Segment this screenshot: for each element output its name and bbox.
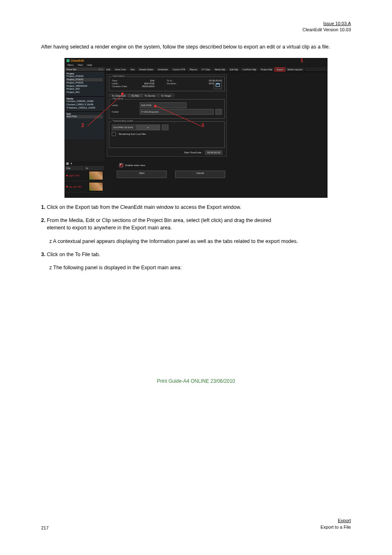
step1-num: 1. (41, 204, 45, 210)
footer-section: Export Export to a File (321, 518, 351, 530)
enable-video-view-label: Enable video view (125, 164, 145, 166)
project-item[interactable]: Project_PGE02 (67, 75, 103, 78)
tab-projectmgt[interactable]: Project Mgt (259, 67, 275, 72)
codec-value: DVCPRO 50 EVS (112, 126, 136, 129)
inner-tab-tofile[interactable]: To File (129, 94, 142, 97)
info-dur-label: Duration : (167, 82, 178, 85)
browse-button[interactable] (215, 109, 222, 115)
tab-editmgt[interactable]: Edit Mgt (228, 67, 240, 72)
information-legend: Information (112, 75, 126, 77)
col-in[interactable]: In (85, 166, 104, 170)
codec-settings-button[interactable] (162, 125, 168, 130)
module-tabstrip: Edit Voice Over Text Header Maker Schedu… (104, 67, 327, 72)
render-lowres-checkbox[interactable] (112, 132, 116, 136)
enable-video-view-row: Enable video view (119, 163, 327, 167)
inner-tab-todevice[interactable]: To Device (142, 94, 158, 97)
main-area: Edit Voice Over Text Header Maker Schedu… (104, 67, 327, 197)
project-item[interactable]: Project_PGE01 (67, 78, 103, 81)
tab-scheduler[interactable]: Scheduler (156, 67, 171, 72)
info-date-value: 05/01/2010 (142, 85, 154, 88)
info-type-label: Type : (112, 79, 118, 82)
step2-result: z A contextual panel appears displaying … (49, 238, 298, 244)
tab-mediaimporter[interactable]: Media Importer (285, 67, 305, 72)
transcode-legend: Transcoding codec (112, 120, 134, 122)
steps-text: 1. Click on the Export tab from the Clea… (41, 204, 351, 271)
tab-controlvtr[interactable]: Control VTR (171, 67, 187, 72)
record-dot-icon (66, 175, 68, 176)
info-tcin-label: Tc In : (167, 79, 173, 82)
media-item[interactable]: 4 Nations_C00012_14±03 (67, 106, 103, 110)
information-fieldset: Information Type :Edit Label :Edit PGE C… (109, 76, 225, 91)
filename-fieldset: File name Label Folder (109, 99, 225, 119)
svg-rect-1 (216, 83, 220, 84)
clip-row[interactable]: pg_clp_001 (65, 181, 104, 192)
footer-topic: Export to a File (321, 525, 351, 530)
clip-row[interactable]: pge1 T19 (65, 170, 104, 181)
clip-name: pg_clp_001 (69, 185, 88, 188)
chevron-down-icon: ▾ (136, 125, 160, 130)
enable-video-view-checkbox[interactable] (119, 163, 123, 167)
inner-tab-totarget[interactable]: To Target (158, 94, 174, 97)
tab-playout[interactable]: Playout (187, 67, 199, 72)
media-item[interactable]: Concert_C0001 0 13±56 (67, 103, 103, 106)
start-button[interactable]: Start (117, 171, 167, 178)
start-timecode-label: Start TimeCode : (184, 151, 203, 154)
title-bar: CleanEdit (65, 58, 327, 63)
transcode-fieldset: Transcoding codec DVCPRO 50 EVS ▾ Render… (109, 121, 225, 148)
menu-item[interactable]: View (78, 64, 83, 66)
clips-panel: ▦ ▾ Clip In pge1 T19 pg_clp_001 (65, 161, 104, 197)
info-date-label: Creation Date : (112, 85, 128, 88)
pane-header-label: Pane Bin (67, 68, 76, 71)
project-item[interactable]: Project_PGE01 (67, 81, 103, 85)
slate-icon-button[interactable] (214, 81, 222, 89)
grid-icon[interactable]: ▦ (66, 162, 69, 165)
product-line: CleanEdit Version 10.03 (302, 27, 351, 32)
footer-chapter: Export (338, 518, 351, 523)
clip-name: pge1 T19 (69, 174, 88, 177)
info-label-value: Edit PGE (144, 82, 154, 85)
tab-text[interactable]: Text (128, 67, 137, 72)
page-number: 217 (41, 525, 48, 530)
tab-xtclips[interactable]: XT Clips (200, 67, 213, 72)
media-item[interactable]: Concert_C00040_14±80 (67, 100, 103, 103)
cancel-button[interactable]: Cancel (175, 171, 225, 178)
project-item[interactable]: Project_001 (67, 91, 103, 94)
codec-dropdown[interactable]: DVCPRO 50 EVS ▾ (112, 125, 160, 130)
filename-label-input[interactable] (140, 102, 187, 108)
export-mode-tabs: To CleanEdit To File To Device To Target (109, 94, 225, 97)
clip-thumbnail (89, 171, 103, 180)
app-title: CleanEdit (71, 59, 84, 62)
pane-header-buttons[interactable]: ⇧ × (99, 68, 103, 71)
menu-item[interactable]: Menu (67, 64, 74, 66)
filename-folder-label: Folder (112, 111, 138, 113)
step1-text: Click on the Export tab from the CleanEd… (47, 204, 241, 210)
callout-3: 3 (201, 123, 204, 128)
issue-line: Issue 10.03.A (323, 21, 351, 26)
info-label-label: Label : (112, 82, 119, 85)
filename-folder-input[interactable] (140, 109, 214, 115)
tab-edit[interactable]: Edit (104, 67, 113, 72)
info-type-value: Edit (150, 79, 154, 82)
tab-cuepointmgt[interactable]: CuePoint Mgt (240, 67, 258, 72)
project-item[interactable]: Project_002 (67, 88, 103, 91)
project-item[interactable]: Project_VB030109 (67, 85, 103, 88)
clips-toolbar: ▦ ▾ (65, 161, 104, 166)
media-section: Media Concert_C00040_14±80 Concert_C0001… (65, 96, 104, 111)
menu-item[interactable]: Help (87, 64, 92, 66)
tab-mediamgt[interactable]: Media Mgt (212, 67, 228, 72)
step3-result: z The following panel is displayed in th… (49, 265, 182, 271)
slate-icon (215, 83, 220, 88)
clip-thumbnail (89, 182, 103, 191)
app-logo-icon (67, 59, 69, 62)
record-dot-icon (66, 186, 68, 187)
intro-text: After having selected a render engine on… (41, 43, 351, 51)
tab-headermaker[interactable]: Header Maker (137, 67, 156, 72)
tab-export[interactable]: Export (274, 67, 285, 72)
list-icon[interactable]: ▾ (71, 162, 72, 165)
start-timecode-field[interactable]: 00:00:00:00 (205, 150, 222, 155)
col-clip[interactable]: Clip (65, 166, 85, 170)
render-lowres-label: Rendering from Low Res (119, 133, 146, 135)
project-section: Project Project_PGE02 Project_PGE01 Proj… (65, 71, 104, 96)
callout-1: 1 (300, 58, 303, 63)
tab-voiceover[interactable]: Voice Over (113, 67, 128, 72)
